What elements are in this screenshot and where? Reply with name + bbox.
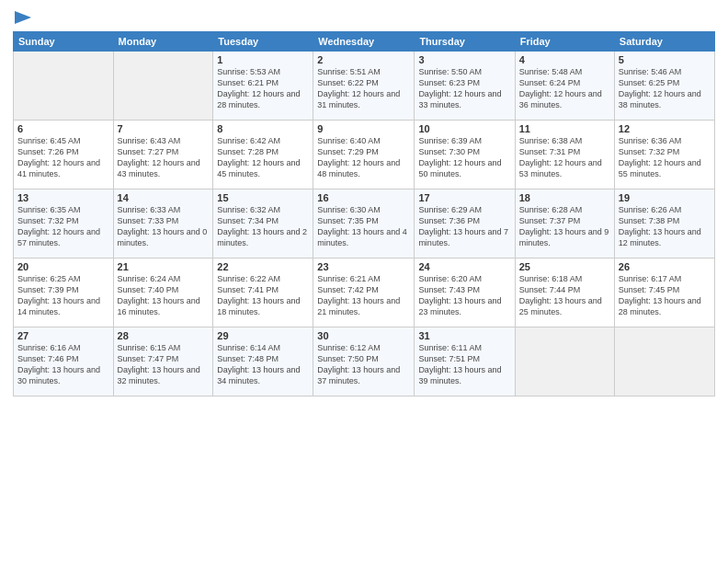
calendar-cell: 27Sunrise: 6:16 AMSunset: 7:46 PMDayligh… — [14, 327, 114, 396]
calendar-cell: 30Sunrise: 6:12 AMSunset: 7:50 PMDayligh… — [313, 327, 415, 396]
calendar-cell — [14, 52, 114, 121]
calendar-cell: 29Sunrise: 6:14 AMSunset: 7:48 PMDayligh… — [213, 327, 313, 396]
day-number: 4 — [519, 54, 610, 65]
day-number: 29 — [217, 330, 309, 341]
day-number: 26 — [619, 261, 711, 272]
day-info: Sunrise: 6:29 AMSunset: 7:36 PMDaylight:… — [418, 204, 510, 249]
weekday-header: Wednesday — [313, 32, 415, 52]
calendar-cell: 28Sunrise: 6:15 AMSunset: 7:47 PMDayligh… — [113, 327, 213, 396]
weekday-header: Saturday — [614, 32, 714, 52]
calendar-week-row: 13Sunrise: 6:35 AMSunset: 7:32 PMDayligh… — [14, 190, 715, 259]
day-number: 31 — [418, 330, 510, 341]
calendar-cell: 16Sunrise: 6:30 AMSunset: 7:35 PMDayligh… — [313, 190, 415, 259]
day-info: Sunrise: 6:28 AMSunset: 7:37 PMDaylight:… — [519, 204, 610, 249]
day-info: Sunrise: 6:14 AMSunset: 7:48 PMDaylight:… — [217, 342, 309, 387]
day-info: Sunrise: 6:43 AMSunset: 7:27 PMDaylight:… — [118, 135, 210, 180]
day-number: 20 — [17, 261, 109, 272]
calendar-week-row: 27Sunrise: 6:16 AMSunset: 7:46 PMDayligh… — [14, 327, 715, 396]
day-number: 3 — [418, 54, 510, 65]
day-number: 25 — [519, 261, 610, 272]
calendar-cell: 25Sunrise: 6:18 AMSunset: 7:44 PMDayligh… — [515, 259, 614, 327]
weekday-header: Monday — [113, 32, 213, 52]
day-number: 30 — [317, 330, 410, 341]
day-info: Sunrise: 5:51 AMSunset: 6:22 PMDaylight:… — [317, 66, 410, 111]
calendar-table: SundayMondayTuesdayWednesdayThursdayFrid… — [13, 31, 715, 396]
day-info: Sunrise: 5:50 AMSunset: 6:23 PMDaylight:… — [418, 66, 510, 111]
day-info: Sunrise: 6:24 AMSunset: 7:40 PMDaylight:… — [118, 273, 210, 318]
day-info: Sunrise: 5:53 AMSunset: 6:21 PMDaylight:… — [217, 66, 309, 111]
day-number: 18 — [519, 192, 610, 203]
calendar-cell: 11Sunrise: 6:38 AMSunset: 7:31 PMDayligh… — [515, 121, 614, 190]
calendar-cell: 10Sunrise: 6:39 AMSunset: 7:30 PMDayligh… — [415, 121, 515, 190]
day-number: 19 — [619, 192, 711, 203]
day-number: 24 — [418, 261, 510, 272]
calendar-cell: 2Sunrise: 5:51 AMSunset: 6:22 PMDaylight… — [313, 52, 415, 121]
day-number: 13 — [17, 192, 109, 203]
day-info: Sunrise: 6:22 AMSunset: 7:41 PMDaylight:… — [217, 273, 309, 318]
day-number: 10 — [418, 123, 510, 134]
calendar-cell: 26Sunrise: 6:17 AMSunset: 7:45 PMDayligh… — [614, 259, 714, 327]
calendar-cell: 14Sunrise: 6:33 AMSunset: 7:33 PMDayligh… — [113, 190, 213, 259]
calendar-cell: 8Sunrise: 6:42 AMSunset: 7:28 PMDaylight… — [213, 121, 313, 190]
calendar-cell: 22Sunrise: 6:22 AMSunset: 7:41 PMDayligh… — [213, 259, 313, 327]
day-info: Sunrise: 6:40 AMSunset: 7:29 PMDaylight:… — [317, 135, 410, 180]
day-number: 23 — [317, 261, 410, 272]
calendar-cell: 13Sunrise: 6:35 AMSunset: 7:32 PMDayligh… — [14, 190, 114, 259]
day-number: 22 — [217, 261, 309, 272]
day-info: Sunrise: 6:45 AMSunset: 7:26 PMDaylight:… — [17, 135, 109, 180]
day-info: Sunrise: 6:33 AMSunset: 7:33 PMDaylight:… — [118, 204, 210, 249]
day-number: 12 — [619, 123, 711, 134]
calendar-cell: 3Sunrise: 5:50 AMSunset: 6:23 PMDaylight… — [415, 52, 515, 121]
day-info: Sunrise: 6:20 AMSunset: 7:43 PMDaylight:… — [418, 273, 510, 318]
day-number: 15 — [217, 192, 309, 203]
weekday-header: Thursday — [415, 32, 515, 52]
calendar-cell: 5Sunrise: 5:46 AMSunset: 6:25 PMDaylight… — [614, 52, 714, 121]
day-number: 17 — [418, 192, 510, 203]
day-info: Sunrise: 6:16 AMSunset: 7:46 PMDaylight:… — [17, 342, 109, 387]
day-number: 28 — [118, 330, 210, 341]
day-number: 21 — [118, 261, 210, 272]
calendar-cell: 31Sunrise: 6:11 AMSunset: 7:51 PMDayligh… — [415, 327, 515, 396]
calendar-cell: 24Sunrise: 6:20 AMSunset: 7:43 PMDayligh… — [415, 259, 515, 327]
logo-arrow-icon — [15, 11, 31, 24]
day-info: Sunrise: 6:25 AMSunset: 7:39 PMDaylight:… — [17, 273, 109, 318]
calendar-week-row: 1Sunrise: 5:53 AMSunset: 6:21 PMDaylight… — [14, 52, 715, 121]
day-info: Sunrise: 5:48 AMSunset: 6:24 PMDaylight:… — [519, 66, 610, 111]
day-info: Sunrise: 5:46 AMSunset: 6:25 PMDaylight:… — [619, 66, 711, 111]
calendar-header-row: SundayMondayTuesdayWednesdayThursdayFrid… — [14, 32, 715, 52]
calendar-cell: 9Sunrise: 6:40 AMSunset: 7:29 PMDaylight… — [313, 121, 415, 190]
day-number: 7 — [118, 123, 210, 134]
day-number: 8 — [217, 123, 309, 134]
day-info: Sunrise: 6:32 AMSunset: 7:34 PMDaylight:… — [217, 204, 309, 249]
calendar-cell: 20Sunrise: 6:25 AMSunset: 7:39 PMDayligh… — [14, 259, 114, 327]
day-info: Sunrise: 6:35 AMSunset: 7:32 PMDaylight:… — [17, 204, 109, 249]
day-info: Sunrise: 6:30 AMSunset: 7:35 PMDaylight:… — [317, 204, 410, 249]
day-number: 16 — [317, 192, 410, 203]
day-info: Sunrise: 6:15 AMSunset: 7:47 PMDaylight:… — [118, 342, 210, 387]
calendar-cell — [614, 327, 714, 396]
calendar-cell — [515, 327, 614, 396]
calendar-cell: 23Sunrise: 6:21 AMSunset: 7:42 PMDayligh… — [313, 259, 415, 327]
day-info: Sunrise: 6:26 AMSunset: 7:38 PMDaylight:… — [619, 204, 711, 249]
calendar-week-row: 6Sunrise: 6:45 AMSunset: 7:26 PMDaylight… — [14, 121, 715, 190]
calendar-cell: 4Sunrise: 5:48 AMSunset: 6:24 PMDaylight… — [515, 52, 614, 121]
day-info: Sunrise: 6:38 AMSunset: 7:31 PMDaylight:… — [519, 135, 610, 180]
calendar-cell: 7Sunrise: 6:43 AMSunset: 7:27 PMDaylight… — [113, 121, 213, 190]
header — [13, 11, 715, 24]
day-number: 11 — [519, 123, 610, 134]
day-info: Sunrise: 6:21 AMSunset: 7:42 PMDaylight:… — [317, 273, 410, 318]
day-info: Sunrise: 6:36 AMSunset: 7:32 PMDaylight:… — [619, 135, 711, 180]
day-number: 1 — [217, 54, 309, 65]
day-info: Sunrise: 6:18 AMSunset: 7:44 PMDaylight:… — [519, 273, 610, 318]
day-number: 5 — [619, 54, 711, 65]
calendar-week-row: 20Sunrise: 6:25 AMSunset: 7:39 PMDayligh… — [14, 259, 715, 327]
day-number: 6 — [17, 123, 109, 134]
logo — [13, 11, 31, 24]
calendar-cell: 6Sunrise: 6:45 AMSunset: 7:26 PMDaylight… — [14, 121, 114, 190]
day-number: 9 — [317, 123, 410, 134]
svg-marker-0 — [15, 11, 31, 24]
calendar-cell: 18Sunrise: 6:28 AMSunset: 7:37 PMDayligh… — [515, 190, 614, 259]
day-info: Sunrise: 6:42 AMSunset: 7:28 PMDaylight:… — [217, 135, 309, 180]
day-number: 2 — [317, 54, 410, 65]
weekday-header: Sunday — [14, 32, 114, 52]
